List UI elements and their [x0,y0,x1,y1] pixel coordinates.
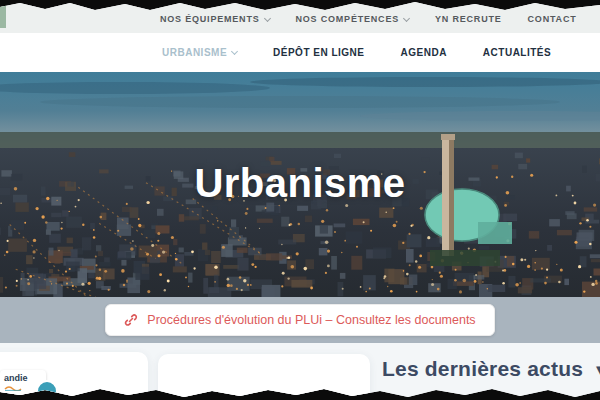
top-nav-contact[interactable]: CONTACT [528,14,577,24]
nav-agenda-label: AGENDA [401,47,447,58]
nav-depot-en-ligne[interactable]: DÉPÔT EN LIGNE [273,47,364,58]
nav-urbanisme-label: URBANISME [162,47,227,58]
chevron-down-icon [403,14,410,21]
chevron-down-icon [263,14,270,21]
top-nav-contact-label: CONTACT [528,14,577,24]
page: NOS ÉQUIPEMENTS NOS COMPÉTENCES YN RECRU… [0,0,600,400]
top-nav-equipements[interactable]: NOS ÉQUIPEMENTS [160,14,270,24]
top-nav: NOS ÉQUIPEMENTS NOS COMPÉTENCES YN RECRU… [160,0,576,33]
secondary-nav: URBANISME DÉPÔT EN LIGNE AGENDA ACTUALIT… [162,33,551,72]
content-card[interactable] [158,354,370,400]
nav-urbanisme[interactable]: URBANISME [162,47,237,58]
plui-documents-link-label: Procédures d'évolution du PLUi – Consult… [147,313,475,327]
latest-news-header[interactable]: Les dernières actus ▼ [382,357,600,381]
top-utility-bar: NOS ÉQUIPEMENTS NOS COMPÉTENCES YN RECRU… [0,0,600,33]
partner-logo-text: andie [4,373,42,383]
secondary-nav-bar: URBANISME DÉPÔT EN LIGNE AGENDA ACTUALIT… [0,33,600,72]
top-nav-yn-recrute-label: YN RECRUTE [435,14,502,24]
logo-dot [36,380,58,400]
logo-squiggle [4,385,34,391]
nav-actualites-label: ACTUALITÉS [483,47,551,58]
top-nav-competences-label: NOS COMPÉTENCES [296,14,400,24]
nav-depot-en-ligne-label: DÉPÔT EN LIGNE [273,47,364,58]
link-icon [124,313,138,327]
top-nav-competences[interactable]: NOS COMPÉTENCES [296,14,410,24]
notice-band: Procédures d'évolution du PLUi – Consult… [0,297,600,343]
chevron-down-icon [231,48,238,55]
hero-banner: Urbanisme [0,72,600,297]
top-nav-yn-recrute[interactable]: YN RECRUTE [435,14,502,24]
caret-down-icon: ▼ [593,362,600,377]
site-logo [0,0,6,28]
page-title: Urbanisme [0,160,600,205]
plui-documents-link[interactable]: Procédures d'évolution du PLUi – Consult… [105,304,494,336]
content-card[interactable]: andie [0,352,148,400]
nav-agenda[interactable]: AGENDA [401,47,447,58]
card-photo-thumbnail [257,396,285,400]
latest-news-title: Les dernières actus [382,357,583,381]
top-nav-equipements-label: NOS ÉQUIPEMENTS [160,14,260,24]
partner-logo-badge: andie [0,370,46,397]
content-section: andie Les dernières actus ▼ [0,343,600,400]
nav-actualites[interactable]: ACTUALITÉS [483,47,551,58]
